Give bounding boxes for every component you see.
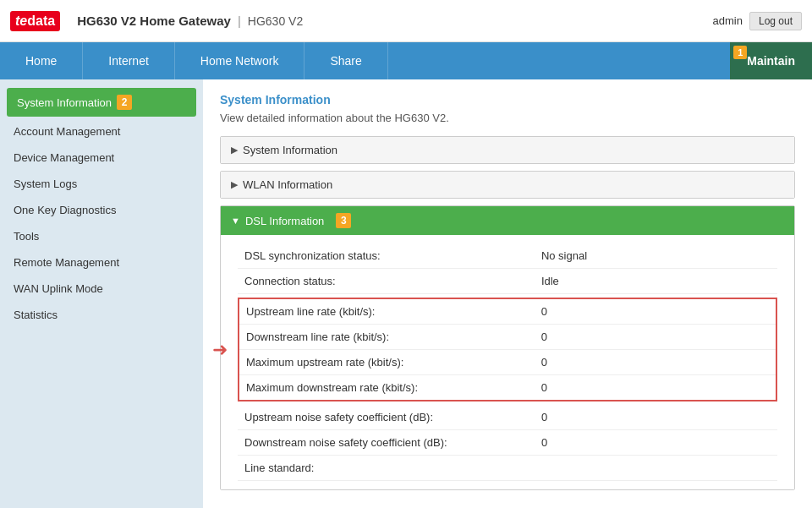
accordion-wlan-information-label: WLAN Information bbox=[243, 178, 332, 191]
sidebar: System Information 2 Account Management … bbox=[0, 79, 203, 508]
line-standard-label: Line standard: bbox=[238, 456, 535, 481]
sidebar-one-key-diagnostics-label: One Key Diagnostics bbox=[14, 204, 116, 216]
sidebar-tools-label: Tools bbox=[14, 230, 39, 243]
sidebar-account-management-label: Account Management bbox=[14, 125, 120, 138]
chevron-right-icon-2: ▶ bbox=[231, 179, 238, 190]
admin-label: admin bbox=[713, 14, 743, 27]
gateway-model: HG630 V2 bbox=[248, 14, 303, 28]
sidebar-statistics-label: Statistics bbox=[14, 309, 58, 321]
table-row: Downstream line rate (kbit/s): 0 bbox=[239, 325, 776, 350]
accordion-wlan-information: ▶ WLAN Information bbox=[220, 171, 795, 199]
accordion-system-information: ▶ System Information bbox=[220, 136, 795, 164]
sidebar-item-one-key-diagnostics[interactable]: One Key Diagnostics bbox=[0, 197, 203, 223]
accordion-dsl-information: ▼ DSL Information 3 DSL synchronization … bbox=[220, 205, 795, 490]
header: te data HG630 V2 Home Gateway | HG630 V2… bbox=[0, 0, 812, 42]
header-right: admin Log out bbox=[713, 12, 802, 30]
chevron-down-icon: ▼ bbox=[231, 216, 240, 226]
nav-maintain[interactable]: 1 Maintain bbox=[730, 42, 812, 79]
red-arrow-icon: ➜ bbox=[212, 339, 228, 361]
sidebar-item-device-management[interactable]: Device Management bbox=[0, 145, 203, 171]
accordion-wlan-information-header[interactable]: ▶ WLAN Information bbox=[221, 172, 794, 198]
connection-status-label: Connection status: bbox=[238, 269, 535, 294]
gateway-divider: | bbox=[238, 14, 241, 28]
max-downstream-rate-label: Maximum downstream rate (kbit/s): bbox=[239, 375, 535, 401]
accordion-system-information-header[interactable]: ▶ System Information bbox=[221, 137, 794, 163]
logo-badge: te data bbox=[10, 11, 60, 31]
upstream-line-rate-label: Upstream line rate (kbit/s): bbox=[239, 298, 535, 325]
upstream-line-rate-value: 0 bbox=[535, 298, 776, 325]
dsl-table-bottom: Upstream noise safety coefficient (dB): … bbox=[238, 405, 777, 481]
table-row: DSL synchronization status: No signal bbox=[238, 243, 777, 269]
table-row: Downstream noise safety coefficient (dB)… bbox=[238, 430, 777, 456]
nav-home[interactable]: Home bbox=[0, 42, 83, 79]
table-row: Upstream line rate (kbit/s): 0 bbox=[239, 298, 776, 325]
sidebar-item-wan-uplink-mode[interactable]: WAN Uplink Mode bbox=[0, 276, 203, 302]
dsl-table: DSL synchronization status: No signal Co… bbox=[238, 243, 777, 294]
table-row: Maximum downstream rate (kbit/s): 0 bbox=[239, 375, 776, 401]
sidebar-badge-2: 2 bbox=[117, 95, 132, 110]
content-title: System Information bbox=[220, 93, 795, 107]
max-downstream-rate-value: 0 bbox=[535, 375, 776, 401]
table-row: Connection status: Idle bbox=[238, 269, 777, 294]
chevron-right-icon: ▶ bbox=[231, 145, 238, 156]
gateway-title: HG630 V2 Home Gateway bbox=[77, 14, 231, 28]
dsl-sync-status-label: DSL synchronization status: bbox=[238, 243, 535, 269]
main-layout: System Information 2 Account Management … bbox=[0, 79, 812, 508]
max-upstream-rate-label: Maximum upstream rate (kbit/s): bbox=[239, 350, 535, 375]
nav-internet[interactable]: Internet bbox=[83, 42, 174, 79]
logo: te data bbox=[10, 11, 60, 31]
sidebar-wan-uplink-label: WAN Uplink Mode bbox=[14, 282, 103, 295]
downstream-noise-label: Downstream noise safety coefficient (dB)… bbox=[238, 430, 535, 456]
content-description: View detailed information about the HG63… bbox=[220, 112, 795, 124]
maintain-badge: 1 bbox=[733, 46, 747, 59]
sidebar-item-system-logs[interactable]: System Logs bbox=[0, 171, 203, 197]
table-row: Line standard: bbox=[238, 456, 777, 481]
line-standard-value bbox=[535, 456, 777, 481]
nav-share[interactable]: Share bbox=[304, 42, 387, 79]
sidebar-system-logs-label: System Logs bbox=[14, 178, 77, 190]
sidebar-remote-management-label: Remote Management bbox=[14, 256, 119, 269]
table-row: Maximum upstream rate (kbit/s): 0 bbox=[239, 350, 776, 375]
upstream-noise-value: 0 bbox=[535, 405, 777, 430]
accordion-dsl-information-header[interactable]: ▼ DSL Information 3 bbox=[221, 206, 794, 235]
max-upstream-rate-value: 0 bbox=[535, 350, 776, 375]
sidebar-device-management-label: Device Management bbox=[14, 151, 114, 164]
sidebar-item-tools[interactable]: Tools bbox=[0, 223, 203, 249]
sidebar-system-information-label: System Information bbox=[17, 96, 112, 109]
sidebar-item-statistics[interactable]: Statistics bbox=[0, 302, 203, 328]
accordion-dsl-information-label: DSL Information bbox=[245, 215, 324, 227]
logo-te: te bbox=[15, 14, 27, 29]
logo-data-text: data bbox=[27, 14, 55, 29]
dsl-sync-status-value: No signal bbox=[535, 243, 777, 269]
sidebar-item-account-management[interactable]: Account Management bbox=[0, 118, 203, 145]
sidebar-item-system-information[interactable]: System Information 2 bbox=[7, 88, 196, 117]
dsl-badge-3: 3 bbox=[336, 213, 351, 228]
nav-home-network[interactable]: Home Network bbox=[175, 42, 305, 79]
logout-button[interactable]: Log out bbox=[749, 12, 802, 30]
sidebar-item-remote-management[interactable]: Remote Management bbox=[0, 249, 203, 276]
connection-status-value: Idle bbox=[535, 269, 777, 294]
downstream-line-rate-value: 0 bbox=[535, 325, 776, 350]
table-row: Upstream noise safety coefficient (dB): … bbox=[238, 405, 777, 430]
main-nav: Home Internet Home Network Share 1 Maint… bbox=[0, 42, 812, 79]
highlighted-section: ➜ Upstream line rate (kbit/s): 0 Downstr… bbox=[238, 298, 777, 401]
downstream-noise-value: 0 bbox=[535, 430, 777, 456]
dsl-highlighted-table: Upstream line rate (kbit/s): 0 Downstrea… bbox=[238, 298, 777, 401]
accordion-dsl-body: DSL synchronization status: No signal Co… bbox=[221, 235, 794, 489]
accordion-system-information-label: System Information bbox=[243, 144, 337, 156]
maintain-label: Maintain bbox=[747, 54, 795, 68]
downstream-line-rate-label: Downstream line rate (kbit/s): bbox=[239, 325, 535, 350]
upstream-noise-label: Upstream noise safety coefficient (dB): bbox=[238, 405, 535, 430]
main-content: System Information View detailed informa… bbox=[203, 79, 812, 508]
